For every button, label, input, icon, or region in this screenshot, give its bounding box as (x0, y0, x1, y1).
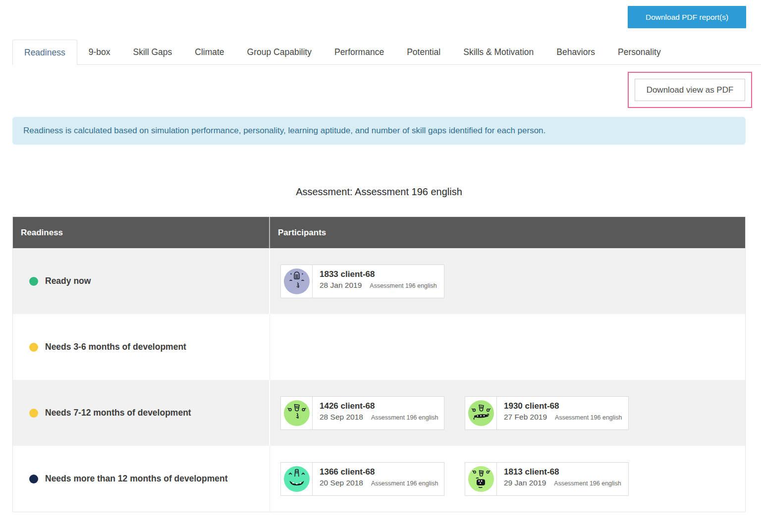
participants-cell: 1366 client-68 20 Sep 2018 Assessment 19… (270, 446, 745, 512)
tab-9-box[interactable]: 9-box (77, 40, 122, 65)
participant-assessment: Assessment 196 english (555, 414, 622, 421)
readiness-status-dot (29, 277, 38, 286)
readiness-label-cell: Needs 7-12 months of development (13, 380, 270, 446)
participants-cell (270, 314, 745, 380)
participant-assessment: Assessment 196 english (370, 282, 437, 289)
participant-card[interactable]: 1426 client-68 28 Sep 2018 Assessment 19… (280, 396, 444, 430)
column-header-readiness: Readiness (13, 217, 270, 248)
readiness-table: Readiness Participants Ready now (12, 216, 746, 512)
info-banner-text: Readiness is calculated based on simulat… (23, 126, 545, 136)
participant-card[interactable]: 1930 client-68 27 Feb 2019 Assessment 19… (465, 396, 629, 430)
table-row: Needs more than 12 months of development (13, 446, 745, 512)
monster-avatar-icon (281, 265, 313, 298)
participant-assessment: Assessment 196 english (554, 480, 621, 487)
participants-cell: 1833 client-68 28 Jan 2019 Assessment 19… (270, 248, 745, 314)
download-view-as-pdf-button[interactable]: Download view as PDF (635, 79, 745, 101)
info-banner: Readiness is calculated based on simulat… (12, 117, 746, 145)
column-header-participants: Participants (270, 217, 745, 248)
readiness-label: Needs 3-6 months of development (45, 342, 186, 352)
highlight-annotation-box: Download view as PDF (628, 72, 752, 108)
readiness-label: Needs more than 12 months of development (45, 474, 228, 484)
tab-group-capability[interactable]: Group Capability (236, 40, 323, 65)
participant-assessment: Assessment 196 english (371, 480, 438, 487)
monster-avatar-icon (281, 397, 313, 429)
participant-name: 1833 client-68 (320, 269, 444, 279)
table-header: Readiness Participants (13, 217, 745, 248)
participant-card[interactable]: 1813 client-68 29 Jan 2019 Assessment 19… (465, 462, 629, 496)
table-row: Needs 7-12 months of development (13, 380, 745, 446)
participant-assessment: Assessment 196 english (371, 414, 438, 421)
participant-card[interactable]: 1833 client-68 28 Jan 2019 Assessment 19… (280, 265, 444, 298)
tab-personality[interactable]: Personality (606, 40, 672, 65)
participant-name: 1366 client-68 (320, 467, 444, 477)
readiness-label-cell: Needs more than 12 months of development (13, 446, 270, 512)
readiness-status-dot (29, 475, 38, 483)
participant-date: 28 Jan 2019 (320, 281, 362, 290)
monster-avatar-icon (465, 397, 497, 429)
readiness-status-dot (29, 409, 38, 418)
table-row: Needs 3-6 months of development (13, 314, 745, 380)
participant-card[interactable]: 1366 client-68 20 Sep 2018 Assessment 19… (280, 462, 444, 496)
tab-behaviors[interactable]: Behaviors (545, 40, 606, 65)
participant-date: 20 Sep 2018 (320, 479, 363, 487)
participant-name: 1813 client-68 (504, 467, 628, 477)
tab-potential[interactable]: Potential (395, 40, 452, 65)
tab-readiness[interactable]: Readiness (12, 40, 77, 65)
tab-skills-motivation[interactable]: Skills & Motivation (452, 40, 545, 65)
participant-name: 1426 client-68 (320, 401, 444, 411)
assessment-title: Assessment: Assessment 196 english (12, 186, 746, 198)
readiness-label: Ready now (45, 276, 91, 286)
tab-performance[interactable]: Performance (323, 40, 395, 65)
readiness-status-dot (29, 343, 38, 352)
participant-name: 1930 client-68 (504, 401, 628, 411)
readiness-label-cell: Needs 3-6 months of development (13, 314, 270, 380)
participant-date: 29 Jan 2019 (504, 479, 546, 487)
download-pdf-reports-button[interactable]: Download PDF report(s) (628, 6, 746, 28)
tab-bar: Readiness 9-box Skill Gaps Climate Group… (0, 40, 761, 65)
participant-date: 27 Feb 2019 (504, 413, 547, 422)
participants-cell: 1426 client-68 28 Sep 2018 Assessment 19… (270, 380, 745, 446)
readiness-label: Needs 7-12 months of development (45, 408, 191, 418)
monster-avatar-icon (281, 463, 313, 495)
participant-date: 28 Sep 2018 (320, 413, 363, 422)
table-row: Ready now (13, 248, 745, 314)
monster-avatar-icon (465, 463, 497, 495)
tab-climate[interactable]: Climate (183, 40, 235, 65)
readiness-label-cell: Ready now (13, 248, 270, 314)
tab-skill-gaps[interactable]: Skill Gaps (121, 40, 183, 65)
